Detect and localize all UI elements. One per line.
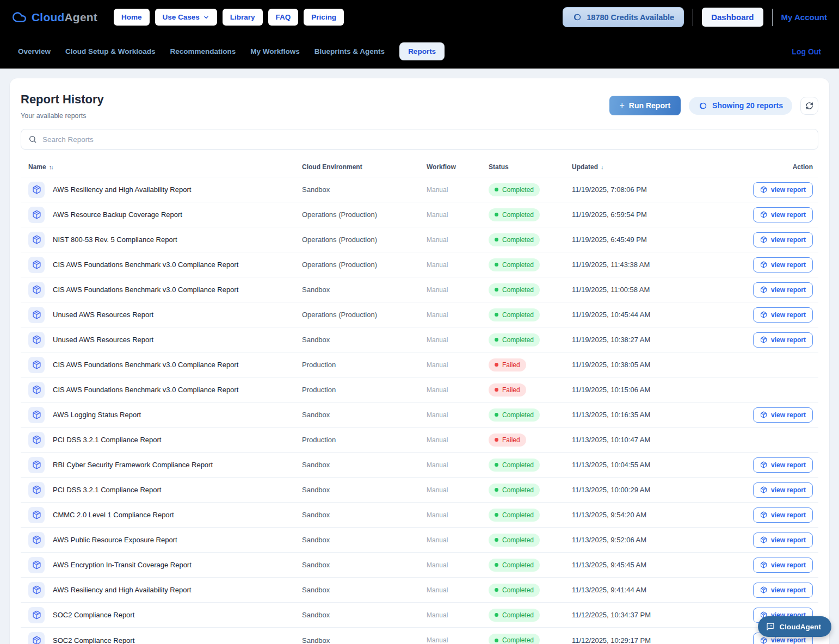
report-workflow: Manual (427, 536, 489, 544)
subnav-item-my-workflows[interactable]: My Workflows (250, 47, 300, 55)
report-name: CMMC 2.0 Level 1 Compliance Report (53, 511, 174, 519)
topnav-button-pricing[interactable]: Pricing (304, 9, 344, 26)
view-report-button[interactable]: view report (753, 232, 813, 247)
report-workflow: Manual (427, 186, 489, 194)
table-row: Unused AWS Resources Report Operations (… (21, 302, 818, 327)
view-report-button[interactable]: view report (753, 182, 813, 197)
table-row: AWS Public Resource Exposure Report Sand… (21, 528, 818, 553)
status-badge: Completed (489, 233, 540, 246)
status-cell: Completed (489, 183, 572, 196)
view-report-button[interactable]: view report (753, 457, 813, 473)
report-environment: Production (302, 361, 427, 369)
chat-widget-button[interactable]: CloudAgent (758, 616, 832, 637)
run-report-button[interactable]: + Run Report (609, 96, 681, 115)
status-badge: Completed (489, 283, 540, 296)
column-header-workflow: Workflow (427, 163, 489, 171)
refresh-button[interactable] (800, 97, 818, 115)
search-input[interactable] (42, 135, 811, 144)
view-report-button[interactable]: view report (753, 558, 813, 573)
package-icon (28, 482, 45, 498)
name-cell: Unused AWS Resources Report (21, 332, 302, 348)
report-environment: Sandbox (302, 511, 427, 519)
report-environment: Sandbox (302, 411, 427, 419)
status-cell: Failed (489, 434, 572, 447)
table-row: AWS Resiliency and High Availability Rep… (21, 578, 818, 603)
logout-link[interactable]: Log Out (792, 47, 821, 56)
report-updated: 11/13/2025, 10:10:47 AM (572, 436, 728, 444)
view-report-button[interactable]: view report (753, 207, 813, 222)
subnav-item-blueprints-agents[interactable]: Blueprints & Agents (314, 47, 385, 55)
package-icon (28, 307, 45, 323)
package-icon (760, 637, 767, 644)
report-name: PCI DSS 3.2.1 Compliance Report (53, 486, 161, 494)
status-dot-icon (495, 513, 498, 517)
table-row: NIST 800-53 Rev. 5 Compliance Report Ope… (21, 227, 818, 252)
view-report-button[interactable]: view report (753, 583, 813, 598)
table-row: SOC2 Compliance Report Sandbox Manual Co… (21, 628, 818, 644)
table-row: SOC2 Compliance Report Sandbox Manual Co… (21, 603, 818, 628)
package-icon (760, 586, 767, 593)
table-row: CIS AWS Foundations Benchmark v3.0 Compl… (21, 352, 818, 377)
column-label: Workflow (427, 163, 456, 171)
table-header-row: Name↑↓Cloud EnvironmentWorkflowStatusUpd… (21, 158, 818, 177)
my-account-link[interactable]: My Account (781, 13, 827, 22)
cloud-icon (12, 10, 27, 24)
report-name: SOC2 Compliance Report (53, 636, 134, 644)
topnav-button-use-cases[interactable]: Use Cases (155, 9, 217, 26)
report-environment: Sandbox (302, 185, 427, 194)
report-environment: Sandbox (302, 586, 427, 594)
status-badge: Completed (489, 534, 540, 547)
subnav-item-reports[interactable]: Reports (399, 42, 445, 60)
status-dot-icon (495, 363, 498, 367)
action-cell: view report (728, 332, 818, 348)
credits-button[interactable]: 18780 Credits Available (563, 7, 684, 27)
status-label: Completed (502, 261, 534, 269)
name-cell: NIST 800-53 Rev. 5 Compliance Report (21, 232, 302, 248)
package-icon (28, 632, 45, 644)
view-report-label: view report (771, 636, 806, 644)
report-environment: Sandbox (302, 286, 427, 294)
topnav-button-library[interactable]: Library (223, 9, 263, 26)
report-updated: 11/19/2025, 11:43:38 AM (572, 261, 728, 269)
column-header-updated[interactable]: Updated↓ (572, 163, 728, 171)
view-report-button[interactable]: view report (753, 482, 813, 498)
report-updated: 11/13/2025, 10:04:55 AM (572, 461, 728, 469)
column-header-name[interactable]: Name↑↓ (21, 163, 302, 171)
table-row: AWS Resiliency and High Availability Rep… (21, 177, 818, 202)
status-badge: Completed (489, 559, 540, 572)
view-report-button[interactable]: view report (753, 507, 813, 523)
status-label: Completed (502, 561, 534, 569)
status-cell: Completed (489, 584, 572, 597)
search-bar (21, 129, 818, 150)
report-updated: 11/19/2025, 10:38:05 AM (572, 361, 728, 369)
brand-logo[interactable]: CloudAgent (12, 10, 97, 24)
view-report-button[interactable]: view report (753, 532, 813, 548)
table-row: CIS AWS Foundations Benchmark v3.0 Compl… (21, 252, 818, 277)
report-name: CIS AWS Foundations Benchmark v3.0 Compl… (53, 286, 238, 294)
subnav-item-recommendations[interactable]: Recommendations (170, 47, 236, 55)
subnav-item-cloud-setup-workloads[interactable]: Cloud Setup & Workloads (65, 47, 156, 55)
report-updated: 11/19/2025, 7:08:06 PM (572, 185, 728, 194)
topnav-button-home[interactable]: Home (114, 9, 150, 26)
status-cell: Completed (489, 509, 572, 522)
topnav-button-faq[interactable]: FAQ (268, 9, 299, 26)
report-workflow: Manual (427, 286, 489, 294)
view-report-button[interactable]: view report (753, 257, 813, 273)
divider (772, 9, 773, 26)
view-report-button[interactable]: view report (753, 282, 813, 298)
subnav-item-overview[interactable]: Overview (18, 47, 51, 55)
view-report-button[interactable]: view report (753, 307, 813, 323)
view-report-button[interactable]: view report (753, 407, 813, 423)
status-cell: Completed (489, 484, 572, 497)
name-cell: AWS Encryption In-Transit Coverage Repor… (21, 557, 302, 573)
package-icon (760, 311, 767, 318)
action-cell: view report (728, 282, 818, 298)
status-cell: Completed (489, 559, 572, 572)
view-report-button[interactable]: view report (753, 332, 813, 348)
report-updated: 11/19/2025, 10:45:44 AM (572, 311, 728, 319)
view-report-label: view report (771, 511, 806, 519)
view-report-label: view report (771, 586, 806, 594)
dashboard-button[interactable]: Dashboard (702, 8, 763, 27)
table-row: AWS Resource Backup Coverage Report Oper… (21, 202, 818, 227)
report-environment: Sandbox (302, 636, 427, 644)
